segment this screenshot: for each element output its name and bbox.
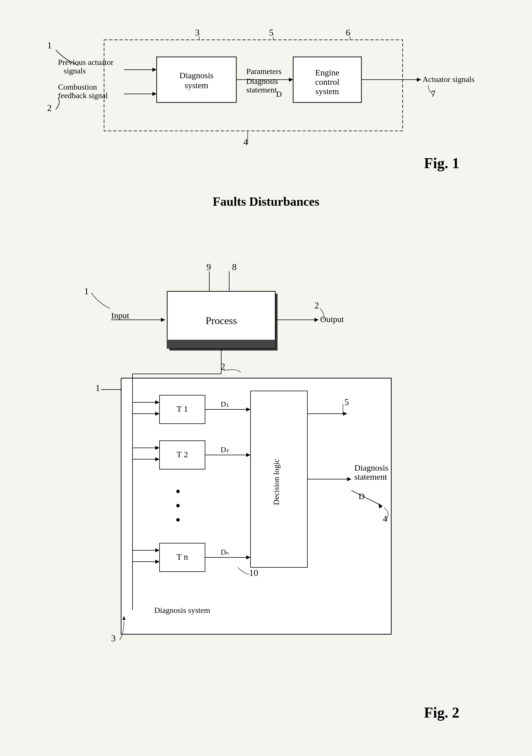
svg-text:Parameters: Parameters [246, 67, 282, 76]
svg-text:Engine: Engine [315, 68, 339, 77]
svg-text:2: 2 [47, 103, 52, 113]
svg-rect-48 [167, 340, 275, 348]
svg-text:Actuator signals: Actuator signals [422, 75, 474, 84]
svg-text:statement: statement [246, 85, 277, 94]
svg-marker-4 [152, 68, 157, 72]
svg-text:3: 3 [111, 633, 116, 643]
svg-marker-8 [152, 92, 157, 96]
svg-text:10: 10 [249, 568, 258, 578]
svg-text:8: 8 [232, 262, 237, 272]
fig1-svg: 1 Previous actuator signals Combustion f… [39, 23, 494, 165]
fig2-label: Fig. 2 [424, 704, 459, 721]
svg-text:Decision logic: Decision logic [272, 459, 281, 505]
svg-text:control: control [315, 77, 339, 87]
svg-text:D: D [276, 90, 282, 98]
svg-text:D₂: D₂ [221, 446, 229, 454]
svg-text:5: 5 [269, 27, 273, 38]
fig2-section: Faults Disturbances 1 Input 9 8 [23, 194, 509, 727]
page: 1 Previous actuator signals Combustion f… [23, 17, 509, 727]
svg-text:system: system [315, 87, 339, 96]
svg-text:Diagnosis system: Diagnosis system [154, 606, 210, 615]
svg-text:Dₙ: Dₙ [221, 548, 229, 556]
svg-marker-25 [289, 78, 293, 82]
svg-text:T 1: T 1 [176, 404, 188, 414]
svg-marker-31 [417, 78, 421, 82]
svg-text:D₁: D₁ [221, 400, 229, 408]
svg-text:6: 6 [346, 27, 350, 38]
svg-text:Diagnosis: Diagnosis [354, 463, 389, 472]
svg-text:1: 1 [84, 286, 89, 296]
svg-text:D: D [359, 491, 365, 501]
svg-text:T 2: T 2 [176, 449, 188, 459]
svg-text:9: 9 [206, 262, 211, 272]
svg-text:5: 5 [344, 397, 349, 407]
svg-text:Input: Input [111, 311, 129, 320]
svg-text:•: • [175, 483, 181, 500]
svg-text:T n: T n [176, 552, 188, 561]
svg-text:4: 4 [243, 137, 248, 147]
fig2-title: Faults Disturbances [213, 194, 319, 209]
svg-text:signals: signals [64, 66, 86, 75]
svg-text:•: • [175, 512, 181, 528]
fig2-svg: 1 Input 9 8 Process [67, 215, 465, 727]
svg-marker-39 [161, 318, 165, 322]
svg-text:statement: statement [354, 472, 387, 481]
fig1-section: 1 Previous actuator signals Combustion f… [39, 17, 494, 172]
svg-text:system: system [185, 81, 208, 90]
svg-text:2: 2 [221, 361, 225, 372]
svg-text:Combustion: Combustion [58, 83, 97, 91]
svg-marker-51 [315, 318, 319, 322]
svg-text:•: • [175, 498, 181, 514]
svg-text:1: 1 [47, 40, 52, 50]
svg-text:Previous actuator: Previous actuator [58, 58, 114, 67]
svg-text:Process: Process [206, 315, 237, 326]
svg-text:2: 2 [315, 300, 319, 310]
svg-text:1: 1 [95, 383, 100, 393]
svg-text:Diagnosis: Diagnosis [246, 77, 278, 86]
svg-text:Diagnosis: Diagnosis [179, 70, 214, 80]
svg-text:3: 3 [195, 27, 200, 38]
svg-text:feedback signal: feedback signal [58, 91, 108, 100]
